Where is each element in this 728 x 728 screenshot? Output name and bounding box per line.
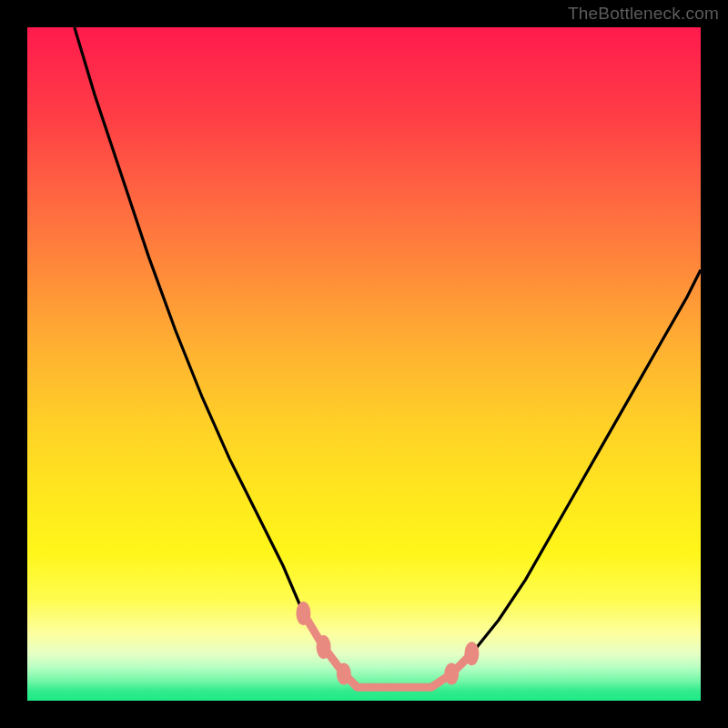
marker-dot	[296, 602, 310, 625]
chart-frame: TheBottleneck.com	[0, 0, 728, 728]
marker-dot	[464, 642, 479, 665]
marker-dot	[444, 662, 459, 684]
chart-svg	[27, 27, 701, 701]
plot-area	[27, 27, 701, 701]
right-curve-path	[431, 269, 701, 687]
marker-dot	[317, 635, 331, 659]
marker-dot	[337, 662, 351, 684]
watermark-text: TheBottleneck.com	[568, 4, 719, 24]
left-curve-path	[75, 27, 358, 687]
